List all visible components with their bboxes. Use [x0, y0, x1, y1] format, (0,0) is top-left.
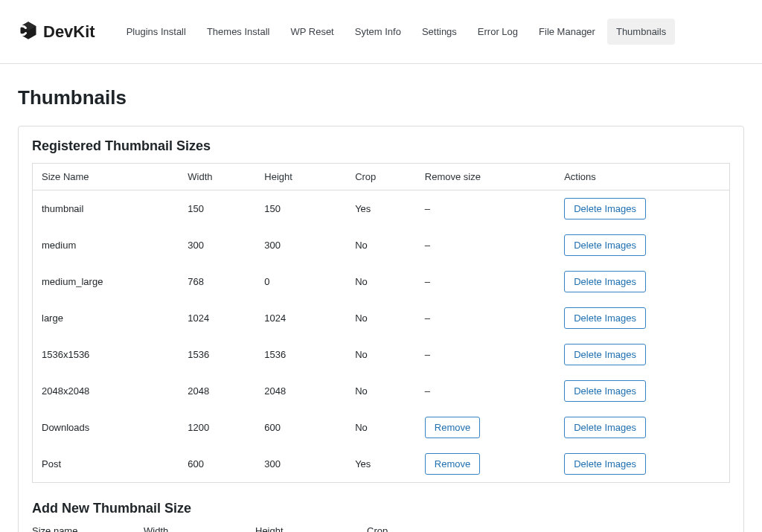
label-size-name: Size name — [32, 525, 135, 532]
cell-remove: Remove — [416, 409, 555, 446]
cell-height: 300 — [255, 446, 346, 483]
cell-width: 600 — [179, 446, 255, 483]
th-size-name: Size Name — [33, 164, 179, 190]
add-size-title: Add New Thumbnail Size — [32, 501, 730, 516]
label-width: Width — [144, 525, 246, 532]
page-title: Thumbnails — [18, 86, 744, 109]
delete-images-button[interactable]: Delete Images — [564, 453, 646, 475]
cell-actions: Delete Images — [555, 336, 729, 373]
cell-width: 768 — [179, 263, 255, 300]
table-row: 2048x204820482048No–Delete Images — [33, 373, 730, 409]
cell-actions: Delete Images — [555, 300, 729, 336]
table-row: 1536x153615361536No–Delete Images — [33, 336, 730, 373]
cell-height: 300 — [255, 227, 346, 263]
cell-size-name: 2048x2048 — [33, 373, 179, 409]
brand-name: DevKit — [43, 22, 95, 42]
delete-images-button[interactable]: Delete Images — [564, 307, 646, 329]
cell-height: 150 — [255, 190, 346, 228]
cell-crop: No — [346, 227, 416, 263]
cell-size-name: 1536x1536 — [33, 336, 179, 373]
cell-actions: Delete Images — [555, 227, 729, 263]
cell-height: 1024 — [255, 300, 346, 336]
table-row: medium_large7680No–Delete Images — [33, 263, 730, 300]
cell-remove: – — [416, 336, 555, 373]
thumbnails-panel: Registered Thumbnail Sizes Size Name Wid… — [18, 126, 744, 532]
table-row: large10241024No–Delete Images — [33, 300, 730, 336]
main-nav: Plugins InstallThemes InstallWP ResetSyt… — [118, 19, 675, 45]
table-row: Downloads1200600NoRemoveDelete Images — [33, 409, 730, 446]
nav-item-error-log[interactable]: Error Log — [469, 19, 527, 45]
cell-remove: – — [416, 227, 555, 263]
cell-remove: – — [416, 373, 555, 409]
cell-remove: – — [416, 263, 555, 300]
th-crop: Crop — [346, 164, 416, 190]
delete-images-button[interactable]: Delete Images — [564, 380, 646, 402]
cell-size-name: medium_large — [33, 263, 179, 300]
th-height: Height — [255, 164, 346, 190]
delete-images-button[interactable]: Delete Images — [564, 234, 646, 256]
cell-width: 150 — [179, 190, 255, 228]
brand-logo: DevKit — [18, 20, 95, 43]
th-actions: Actions — [555, 164, 729, 190]
cell-height: 600 — [255, 409, 346, 446]
delete-images-button[interactable]: Delete Images — [564, 344, 646, 365]
page-content: Thumbnails Registered Thumbnail Sizes Si… — [0, 64, 762, 532]
cell-remove: – — [416, 190, 555, 228]
cell-width: 1536 — [179, 336, 255, 373]
top-bar: DevKit Plugins InstallThemes InstallWP R… — [0, 0, 762, 64]
cell-crop: Yes — [346, 446, 416, 483]
nav-item-settings[interactable]: Settings — [413, 19, 466, 45]
th-remove: Remove size — [416, 164, 555, 190]
cell-size-name: Downloads — [33, 409, 179, 446]
registered-sizes-title: Registered Thumbnail Sizes — [32, 138, 730, 154]
th-width: Width — [179, 164, 255, 190]
delete-images-button[interactable]: Delete Images — [564, 198, 646, 219]
cell-crop: No — [346, 263, 416, 300]
nav-item-thumbnails[interactable]: Thumbnails — [607, 19, 675, 45]
cell-remove: Remove — [416, 446, 555, 483]
cell-size-name: thumbnail — [33, 190, 179, 228]
remove-button[interactable]: Remove — [425, 453, 480, 475]
nav-item-plugins-install[interactable]: Plugins Install — [118, 19, 195, 45]
cell-crop: No — [346, 300, 416, 336]
cell-width: 1024 — [179, 300, 255, 336]
nav-item-wp-reset[interactable]: WP Reset — [281, 19, 342, 45]
remove-button[interactable]: Remove — [425, 417, 480, 438]
cell-height: 0 — [255, 263, 346, 300]
sizes-table: Size Name Width Height Crop Remove size … — [32, 163, 730, 483]
nav-item-file-manager[interactable]: File Manager — [530, 19, 604, 45]
cell-height: 1536 — [255, 336, 346, 373]
nav-item-sytem-info[interactable]: Sytem Info — [346, 19, 410, 45]
cell-width: 2048 — [179, 373, 255, 409]
cell-actions: Delete Images — [555, 446, 729, 483]
cell-height: 2048 — [255, 373, 346, 409]
label-height: Height — [255, 525, 358, 532]
cell-width: 300 — [179, 227, 255, 263]
cell-crop: No — [346, 409, 416, 446]
cell-crop: No — [346, 373, 416, 409]
delete-images-button[interactable]: Delete Images — [564, 271, 646, 292]
label-crop: Crop — [367, 525, 409, 532]
table-row: thumbnail150150Yes–Delete Images — [33, 190, 730, 228]
cell-width: 1200 — [179, 409, 255, 446]
cell-remove: – — [416, 300, 555, 336]
nav-item-themes-install[interactable]: Themes Install — [198, 19, 279, 45]
delete-images-button[interactable]: Delete Images — [564, 417, 646, 438]
add-size-form: Size name Width Height Crop YesNo Add Si… — [32, 525, 730, 532]
cell-actions: Delete Images — [555, 263, 729, 300]
brand-icon — [18, 20, 39, 43]
cell-size-name: medium — [33, 227, 179, 263]
cell-actions: Delete Images — [555, 190, 729, 228]
cell-size-name: Post — [33, 446, 179, 483]
cell-actions: Delete Images — [555, 409, 729, 446]
cell-crop: No — [346, 336, 416, 373]
cell-crop: Yes — [346, 190, 416, 228]
cell-actions: Delete Images — [555, 373, 729, 409]
cell-size-name: large — [33, 300, 179, 336]
table-row: medium300300No–Delete Images — [33, 227, 730, 263]
table-row: Post600300YesRemoveDelete Images — [33, 446, 730, 483]
